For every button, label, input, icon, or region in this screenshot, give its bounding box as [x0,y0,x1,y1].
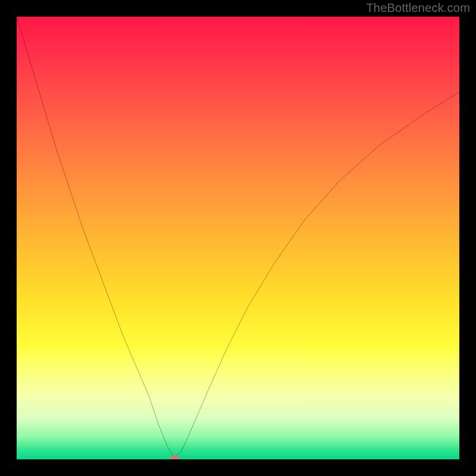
chart-frame: TheBottleneck.com [0,0,476,476]
curve-path [17,17,459,457]
watermark-text: TheBottleneck.com [366,1,470,15]
plot-area [17,17,459,459]
optimal-point-marker [171,455,179,459]
bottleneck-curve [17,17,459,459]
